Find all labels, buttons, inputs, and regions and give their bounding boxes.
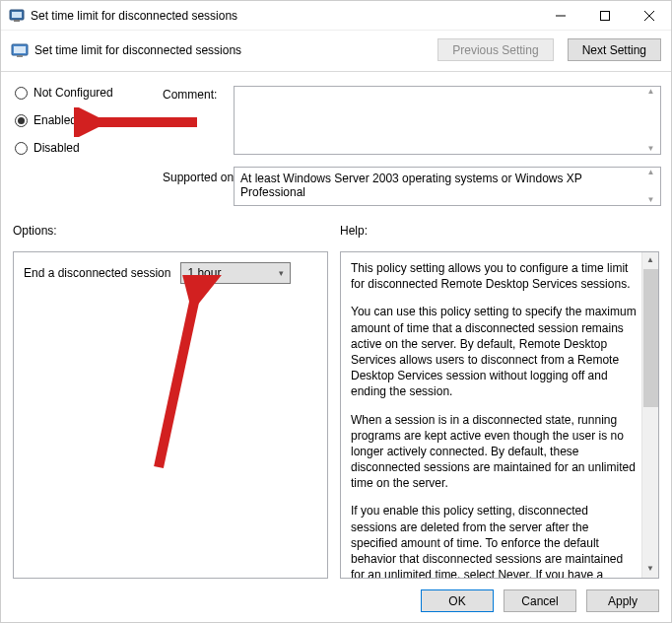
svg-rect-9: [17, 55, 23, 57]
ok-button[interactable]: OK: [421, 589, 494, 612]
radio-label: Disabled: [34, 141, 80, 155]
radio-icon: [15, 114, 28, 127]
help-text: This policy setting allows you to config…: [351, 260, 637, 292]
state-area: Not Configured Enabled Disabled Comment:…: [1, 72, 671, 206]
cancel-button[interactable]: Cancel: [504, 589, 576, 612]
svg-rect-4: [600, 11, 609, 20]
titlebar: Set time limit for disconnected sessions: [1, 1, 671, 31]
policy-icon: [11, 41, 29, 59]
help-text: If you enable this policy setting, disco…: [351, 503, 637, 579]
scrollbar: ▲▼: [642, 169, 659, 204]
maximize-button[interactable]: [582, 1, 627, 31]
comment-textarea[interactable]: ▲▼: [234, 86, 661, 155]
radio-label: Not Configured: [34, 86, 113, 100]
close-button[interactable]: [627, 1, 671, 31]
end-session-select[interactable]: 1 hour ▾: [180, 262, 291, 284]
scroll-thumb[interactable]: [643, 269, 658, 407]
apply-button[interactable]: Apply: [586, 589, 659, 612]
select-value: 1 hour: [187, 266, 221, 280]
comment-label: Comment:: [163, 86, 234, 102]
radio-not-configured[interactable]: Not Configured: [15, 86, 163, 100]
dialog-buttons: OK Cancel Apply: [421, 589, 659, 612]
options-panel: End a disconnected session 1 hour ▾: [13, 251, 328, 579]
svg-rect-1: [12, 12, 22, 18]
header-row: Set time limit for disconnected sessions…: [1, 31, 671, 72]
scrollbar[interactable]: ▲ ▼: [641, 252, 658, 578]
scroll-up-icon[interactable]: ▲: [642, 252, 659, 269]
chevron-down-icon: ▾: [279, 268, 284, 278]
svg-rect-8: [14, 46, 26, 53]
previous-setting-button: Previous Setting: [437, 38, 553, 61]
radio-disabled[interactable]: Disabled: [15, 141, 163, 155]
next-setting-button[interactable]: Next Setting: [568, 38, 661, 61]
supported-on-label: Supported on:: [163, 161, 234, 206]
help-text: You can use this policy setting to speci…: [351, 304, 637, 399]
help-panel: This policy setting allows you to config…: [340, 251, 659, 579]
header-title: Set time limit for disconnected sessions: [34, 43, 437, 57]
end-session-label: End a disconnected session: [24, 266, 170, 280]
radio-icon: [15, 142, 28, 155]
radio-label: Enabled: [34, 113, 77, 127]
scrollbar[interactable]: ▲▼: [642, 88, 659, 153]
help-text: When a session is in a disconnected stat…: [351, 412, 637, 492]
supported-on-text: At least Windows Server 2003 operating s…: [234, 167, 661, 206]
window-title: Set time limit for disconnected sessions: [31, 9, 538, 23]
radio-enabled[interactable]: Enabled: [15, 113, 163, 127]
scroll-down-icon[interactable]: ▼: [642, 561, 659, 578]
app-icon: [9, 8, 25, 24]
help-label: Help:: [340, 224, 659, 245]
radio-icon: [15, 87, 28, 100]
svg-rect-2: [14, 20, 20, 22]
options-label: Options:: [13, 224, 328, 245]
minimize-button[interactable]: [538, 1, 582, 31]
